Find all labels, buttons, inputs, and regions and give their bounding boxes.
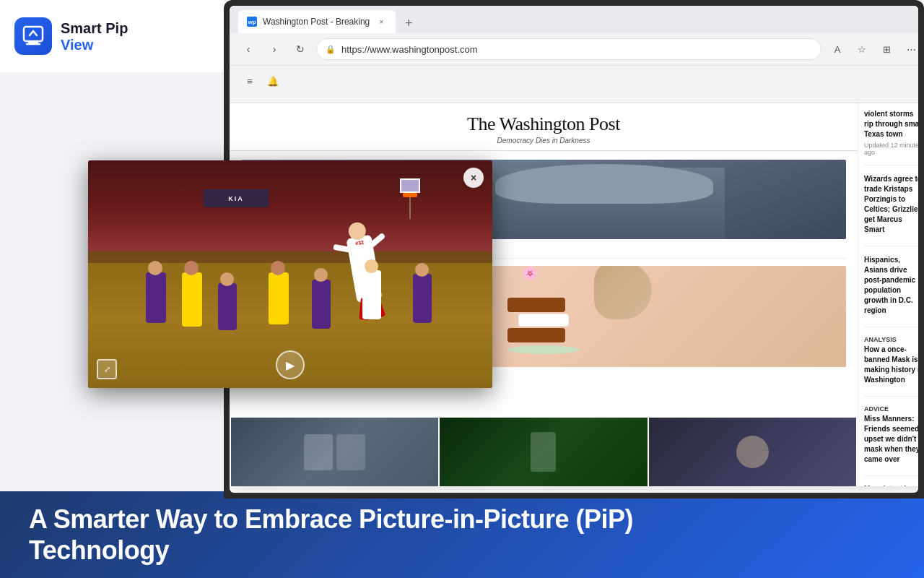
tab-close-button[interactable]: × <box>375 16 387 27</box>
logo-subtitle: View <box>61 37 128 53</box>
browser-toolbar: ≡ 🔔 <box>230 65 918 97</box>
tab-title: Washington Post - Breaking <box>263 17 370 27</box>
pip-video-overlay: #32 <box>88 160 492 388</box>
wp-tagline: Democracy Dies in Darkness <box>230 137 858 144</box>
secure-icon: 🔒 <box>326 45 336 54</box>
wp-logo: The Washington Post <box>230 113 858 135</box>
thumbnail-2 <box>440 418 647 486</box>
reload-button[interactable]: ↻ <box>290 39 310 59</box>
logo-text: Smart Pip View <box>61 20 128 53</box>
sidebar-meta-1: Updated 12 minutes ago <box>864 142 918 156</box>
logo-icon <box>14 17 52 55</box>
banner-title-line2: Technology <box>29 535 633 566</box>
tab-favicon: wp <box>247 17 257 27</box>
sidebar-item-4: Analysis How a once-banned Mask is makin… <box>864 336 918 397</box>
app-header: Smart Pip View <box>0 0 224 72</box>
url-text: https://www.washingtonpost.com <box>341 44 478 55</box>
sidebar-headline-5: Miss Manners: Friends seemed upset we di… <box>864 414 918 465</box>
sidebar-label-4: Analysis <box>864 336 918 343</box>
browser-actions: A ☆ ⊞ ⋯ <box>827 39 918 59</box>
pip-expand-button[interactable]: ⤢ <box>97 359 117 379</box>
sidebar-item-1: violent storms rip through small Texas t… <box>864 109 918 165</box>
sidebar-headline-4: How a once-banned Mask is making history… <box>864 345 918 385</box>
sidebar-headline-3: Hispanics, Asians drive post-pandemic po… <box>864 255 918 316</box>
banner-text: A Smarter Way to Embrace Picture-in-Pict… <box>29 504 633 566</box>
logo-title: Smart Pip <box>61 20 128 37</box>
reader-mode-button[interactable]: A <box>827 39 847 59</box>
sidebar-headline-1: violent storms rip through small Texas t… <box>864 109 918 139</box>
thumbnail-3 <box>649 418 856 486</box>
sidebar-item-5: Advice Miss Manners: Friends seemed upse… <box>864 405 918 476</box>
reading-list-button[interactable]: ≡ <box>240 72 260 92</box>
tab-bar: wp Washington Post - Breaking × + <box>230 6 918 33</box>
sidebar-label-5: Advice <box>864 405 918 413</box>
thumbnail-1 <box>231 418 438 486</box>
nav-bar: ‹ › ↻ 🔒 https://www.washingtonpost.com A… <box>230 33 918 65</box>
sidebar-item-2: Wizards agree to trade Kristaps Porzingi… <box>864 174 918 246</box>
browser-chrome: wp Washington Post - Breaking × + ‹ › ↻ … <box>230 6 918 103</box>
active-tab[interactable]: wp Washington Post - Breaking × <box>238 10 396 33</box>
forward-button[interactable]: › <box>264 39 284 59</box>
sidebar-item-3: Hispanics, Asians drive post-pandemic po… <box>864 255 918 327</box>
sidebar-more-link[interactable]: More latest here <box>864 485 918 486</box>
svg-rect-0 <box>24 27 43 41</box>
thumbnail-strip <box>230 418 858 486</box>
address-bar[interactable]: 🔒 https://www.washingtonpost.com <box>316 38 821 60</box>
notifications-button[interactable]: 🔔 <box>263 72 283 92</box>
sidebar-headline-2: Wizards agree to trade Kristaps Porzingi… <box>864 174 918 235</box>
wp-sidebar: violent storms rip through small Texas t… <box>858 103 918 486</box>
pip-video-content: #32 <box>88 160 492 388</box>
banner-title-line1: A Smarter Way to Embrace Picture-in-Pict… <box>29 504 633 535</box>
extensions-button[interactable]: ⊞ <box>876 39 897 59</box>
new-tab-button[interactable]: + <box>398 13 419 33</box>
back-button[interactable]: ‹ <box>238 39 258 59</box>
pip-close-button[interactable]: × <box>463 168 484 188</box>
wp-header: The Washington Post Democracy Dies in Da… <box>230 103 858 151</box>
browser-menu-button[interactable]: ⋯ <box>901 39 918 59</box>
bottom-banner: A Smarter Way to Embrace Picture-in-Pict… <box>0 491 924 578</box>
pip-play-button[interactable]: ▶ <box>276 350 305 379</box>
bookmark-button[interactable]: ☆ <box>852 39 872 59</box>
